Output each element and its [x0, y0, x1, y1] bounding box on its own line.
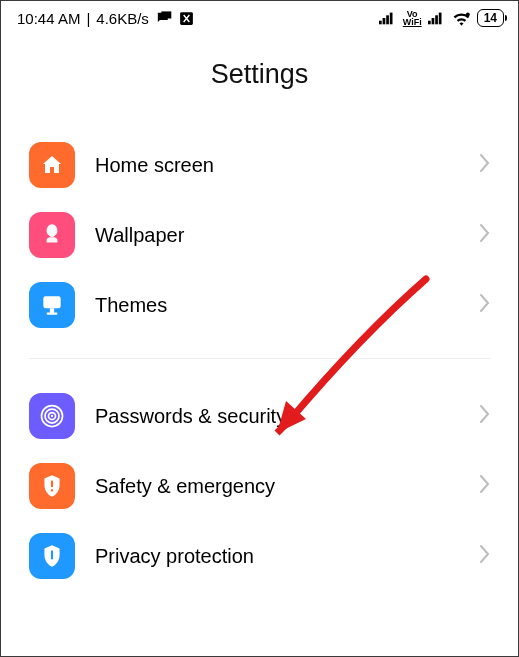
wifi-icon [452, 11, 471, 26]
svg-rect-4 [386, 15, 389, 24]
settings-item-privacy-protection[interactable]: Privacy protection [29, 521, 490, 591]
settings-item-label: Home screen [95, 154, 480, 177]
svg-rect-5 [390, 13, 393, 25]
settings-item-label: Wallpaper [95, 224, 480, 247]
security-icon [29, 393, 75, 439]
chevron-right-icon [480, 545, 490, 567]
status-time: 10:44 AM [17, 10, 80, 27]
chevron-right-icon [480, 224, 490, 246]
chevron-right-icon [480, 475, 490, 497]
svg-rect-2 [379, 21, 382, 25]
svg-rect-18 [51, 481, 53, 488]
themes-icon [29, 282, 75, 328]
divider [29, 358, 490, 359]
svg-point-17 [51, 415, 53, 417]
status-bar-right: Vo WiFi 14 [379, 9, 504, 27]
svg-rect-20 [51, 551, 53, 560]
header: Settings [1, 31, 518, 130]
svg-rect-7 [431, 18, 434, 24]
signal-icon-1 [379, 11, 397, 25]
battery-icon: 14 [477, 9, 504, 27]
settings-item-label: Privacy protection [95, 545, 480, 568]
svg-rect-8 [435, 15, 438, 24]
settings-item-wallpaper[interactable]: Wallpaper [29, 200, 490, 270]
svg-rect-3 [382, 18, 385, 24]
status-divider: | [86, 10, 90, 27]
page-title: Settings [1, 59, 518, 90]
status-bar-left: 10:44 AM | 4.6KB/s [17, 10, 195, 27]
settings-group-2: Passwords & security Safety & emergency … [1, 381, 518, 591]
svg-rect-9 [438, 13, 441, 25]
vowifi-label: Vo WiFi [403, 10, 422, 26]
svg-point-10 [465, 12, 469, 16]
signal-icon-2 [428, 11, 446, 25]
settings-item-label: Safety & emergency [95, 475, 480, 498]
settings-item-label: Themes [95, 294, 480, 317]
svg-rect-13 [47, 313, 58, 315]
svg-rect-19 [51, 489, 53, 491]
settings-group-1: Home screen Wallpaper Themes [1, 130, 518, 340]
svg-rect-6 [428, 21, 431, 25]
safety-icon [29, 463, 75, 509]
chevron-right-icon [480, 154, 490, 176]
sync-icon [178, 10, 195, 27]
settings-item-passwords-security[interactable]: Passwords & security [29, 381, 490, 451]
settings-item-themes[interactable]: Themes [29, 270, 490, 340]
home-icon [29, 142, 75, 188]
chevron-right-icon [480, 405, 490, 427]
settings-item-home-screen[interactable]: Home screen [29, 130, 490, 200]
chat-icon [155, 10, 172, 27]
settings-item-safety-emergency[interactable]: Safety & emergency [29, 451, 490, 521]
svg-rect-0 [161, 11, 171, 18]
status-bar: 10:44 AM | 4.6KB/s Vo WiFi 14 [1, 1, 518, 31]
privacy-icon [29, 533, 75, 579]
svg-rect-11 [43, 296, 60, 308]
settings-item-label: Passwords & security [95, 405, 480, 428]
status-speed: 4.6KB/s [96, 10, 149, 27]
wallpaper-icon [29, 212, 75, 258]
chevron-right-icon [480, 294, 490, 316]
